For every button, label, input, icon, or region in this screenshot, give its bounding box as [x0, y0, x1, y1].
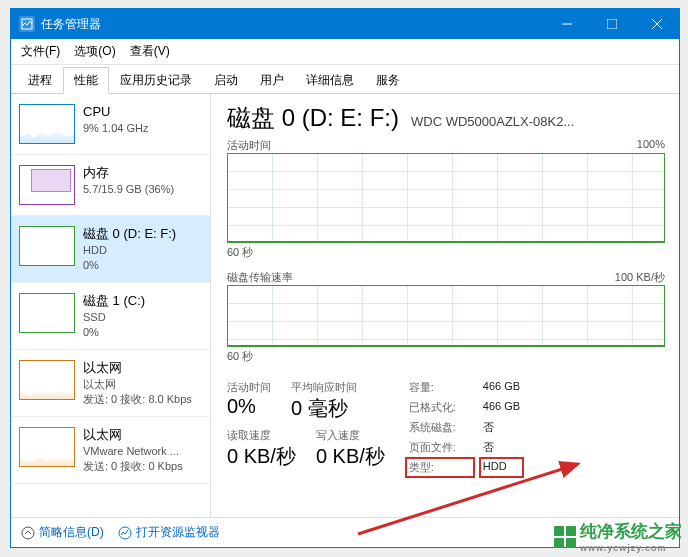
sidebar-item-memory[interactable]: 内存 5.7/15.9 GB (36%): [11, 155, 210, 216]
watermark-brand: 纯净系统之家: [580, 522, 682, 541]
menu-view[interactable]: 查看(V): [130, 43, 170, 60]
system-disk-label: 系统磁盘:: [409, 420, 471, 435]
minimize-button[interactable]: [544, 9, 589, 39]
watermark: 纯净系统之家 www.ycwjzy.com: [554, 520, 682, 553]
response-time-label: 平均响应时间: [291, 380, 357, 395]
watermark-url: www.ycwjzy.com: [580, 543, 682, 553]
menubar: 文件(F) 选项(O) 查看(V): [11, 39, 679, 65]
chart2-axis: 60 秒: [227, 349, 665, 364]
disk-properties: 容量: 466 GB 已格式化: 466 GB 系统磁盘: 否 页面文件: 否 …: [409, 380, 520, 476]
monitor-icon: [118, 526, 132, 540]
capacity-value: 466 GB: [483, 380, 520, 395]
activity-chart: [227, 153, 665, 243]
svg-point-6: [119, 527, 131, 539]
capacity-label: 容量:: [409, 380, 471, 395]
sidebar-sub: 5.7/15.9 GB (36%): [83, 183, 174, 196]
sidebar-sub2: 发送: 0 接收: 0 Kbps: [83, 460, 183, 473]
sidebar-sub2: 发送: 0 接收: 8.0 Kbps: [83, 393, 192, 406]
sidebar-sub: HDD: [83, 244, 176, 257]
sidebar: CPU 9% 1.04 GHz 内存 5.7/15.9 GB (36%) 磁盘 …: [11, 94, 211, 517]
sidebar-label: 以太网: [83, 427, 183, 443]
read-speed-value: 0 KB/秒: [227, 443, 296, 470]
type-value: HDD: [479, 457, 524, 478]
chart1-label: 活动时间: [227, 138, 271, 153]
svg-rect-2: [607, 19, 617, 29]
brief-info-toggle[interactable]: 简略信息(D): [21, 524, 104, 541]
transfer-chart: [227, 285, 665, 347]
chart2-max: 100 KB/秒: [615, 270, 665, 285]
brief-info-label: 简略信息(D): [39, 524, 104, 541]
tab-processes[interactable]: 进程: [17, 67, 63, 93]
page-file-value: 否: [483, 440, 520, 455]
system-disk-value: 否: [483, 420, 520, 435]
page-title: 磁盘 0 (D: E: F:): [227, 102, 399, 134]
app-icon: [19, 16, 35, 32]
sidebar-item-ethernet-1[interactable]: 以太网 以太网 发送: 0 接收: 8.0 Kbps: [11, 350, 210, 417]
page-file-label: 页面文件:: [409, 440, 471, 455]
close-button[interactable]: [634, 9, 679, 39]
response-time-value: 0 毫秒: [291, 395, 357, 422]
sidebar-sub: 以太网: [83, 378, 192, 391]
sidebar-sub: VMware Network ...: [83, 445, 183, 458]
tab-app-history[interactable]: 应用历史记录: [109, 67, 203, 93]
menu-file[interactable]: 文件(F): [21, 43, 60, 60]
sidebar-label: 内存: [83, 165, 174, 181]
tab-details[interactable]: 详细信息: [295, 67, 365, 93]
resource-monitor-link[interactable]: 打开资源监视器: [118, 524, 220, 541]
sidebar-item-disk0[interactable]: 磁盘 0 (D: E: F:) HDD 0%: [11, 216, 210, 283]
read-speed-label: 读取速度: [227, 428, 296, 443]
chart2-label: 磁盘传输速率: [227, 270, 293, 285]
write-speed-label: 写入速度: [316, 428, 385, 443]
svg-point-5: [22, 527, 34, 539]
write-speed-value: 0 KB/秒: [316, 443, 385, 470]
sidebar-item-disk1[interactable]: 磁盘 1 (C:) SSD 0%: [11, 283, 210, 350]
sidebar-sub2: 0%: [83, 259, 176, 272]
sidebar-label: 以太网: [83, 360, 192, 376]
ethernet-thumb-icon: [19, 427, 75, 467]
disk-model: WDC WD5000AZLX-08K2...: [411, 114, 574, 129]
chart1-axis: 60 秒: [227, 245, 665, 260]
formatted-value: 466 GB: [483, 400, 520, 415]
maximize-button[interactable]: [589, 9, 634, 39]
tabs: 进程 性能 应用历史记录 启动 用户 详细信息 服务: [11, 65, 679, 94]
tab-performance[interactable]: 性能: [63, 67, 109, 94]
task-manager-window: 任务管理器 文件(F) 选项(O) 查看(V) 进程 性能 应用历史记录 启动 …: [10, 8, 680, 548]
tab-users[interactable]: 用户: [249, 67, 295, 93]
sidebar-label: 磁盘 1 (C:): [83, 293, 145, 309]
chevron-up-circle-icon: [21, 526, 35, 540]
sidebar-sub: 9% 1.04 GHz: [83, 122, 148, 135]
tab-services[interactable]: 服务: [365, 67, 411, 93]
sidebar-item-ethernet-2[interactable]: 以太网 VMware Network ... 发送: 0 接收: 0 Kbps: [11, 417, 210, 484]
sidebar-label: 磁盘 0 (D: E: F:): [83, 226, 176, 242]
sidebar-sub: SSD: [83, 311, 145, 324]
menu-options[interactable]: 选项(O): [74, 43, 115, 60]
sidebar-item-cpu[interactable]: CPU 9% 1.04 GHz: [11, 94, 210, 155]
type-label: 类型:: [405, 457, 475, 478]
formatted-label: 已格式化:: [409, 400, 471, 415]
active-time-value: 0%: [227, 395, 271, 418]
tab-startup[interactable]: 启动: [203, 67, 249, 93]
titlebar[interactable]: 任务管理器: [11, 9, 679, 39]
disk-thumb-icon: [19, 226, 75, 266]
memory-thumb-icon: [19, 165, 75, 205]
main-panel: 磁盘 0 (D: E: F:) WDC WD5000AZLX-08K2... 活…: [211, 94, 679, 517]
cpu-thumb-icon: [19, 104, 75, 144]
disk-thumb-icon: [19, 293, 75, 333]
active-time-label: 活动时间: [227, 380, 271, 395]
ethernet-thumb-icon: [19, 360, 75, 400]
resource-monitor-label: 打开资源监视器: [136, 524, 220, 541]
watermark-icon: [554, 526, 576, 548]
sidebar-label: CPU: [83, 104, 148, 120]
sidebar-sub2: 0%: [83, 326, 145, 339]
window-title: 任务管理器: [41, 16, 544, 33]
chart1-max: 100%: [637, 138, 665, 153]
